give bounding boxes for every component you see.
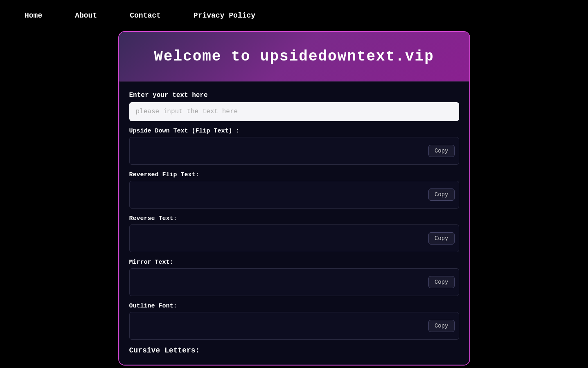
card-body: Enter your text here Upside Down Text (F… — [119, 81, 469, 365]
output-box-mirror: Copy — [129, 268, 459, 296]
output-section-reversed-flip: Reversed Flip Text:Copy — [129, 171, 459, 209]
output-label-reverse: Reverse Text: — [129, 215, 459, 222]
nav-about[interactable]: About — [75, 11, 97, 20]
cursive-label: Cursive Letters: — [129, 346, 459, 355]
copy-button-mirror[interactable]: Copy — [428, 276, 455, 288]
copy-button-outline[interactable]: Copy — [428, 320, 455, 332]
outputs-container: Upside Down Text (Flip Text) :CopyRevers… — [129, 128, 459, 340]
card-header: Welcome to upsidedowntext.vip — [119, 32, 469, 81]
output-label-upside-down: Upside Down Text (Flip Text) : — [129, 128, 459, 135]
text-input[interactable] — [129, 102, 459, 121]
navigation: Home About Contact Privacy Policy — [0, 0, 588, 31]
output-section-reverse: Reverse Text:Copy — [129, 215, 459, 252]
main-wrapper: Welcome to upsidedowntext.vip Enter your… — [0, 31, 588, 366]
output-box-reverse: Copy — [129, 224, 459, 252]
output-box-upside-down: Copy — [129, 137, 459, 165]
output-label-outline: Outline Font: — [129, 303, 459, 310]
copy-button-reverse[interactable]: Copy — [428, 232, 455, 245]
output-box-outline: Copy — [129, 312, 459, 340]
output-box-reversed-flip: Copy — [129, 181, 459, 209]
nav-home[interactable]: Home — [25, 11, 42, 20]
output-section-outline: Outline Font:Copy — [129, 303, 459, 340]
output-section-mirror: Mirror Text:Copy — [129, 259, 459, 296]
input-section: Enter your text here — [129, 92, 459, 121]
input-label: Enter your text here — [129, 92, 459, 99]
output-label-reversed-flip: Reversed Flip Text: — [129, 171, 459, 178]
copy-button-reversed-flip[interactable]: Copy — [428, 188, 455, 201]
output-section-upside-down: Upside Down Text (Flip Text) :Copy — [129, 128, 459, 165]
page-title: Welcome to upsidedowntext.vip — [127, 48, 461, 65]
output-label-mirror: Mirror Text: — [129, 259, 459, 266]
content-card: Welcome to upsidedowntext.vip Enter your… — [118, 31, 470, 366]
nav-privacy[interactable]: Privacy Policy — [194, 11, 255, 20]
nav-contact[interactable]: Contact — [130, 11, 161, 20]
copy-button-upside-down[interactable]: Copy — [428, 145, 455, 157]
